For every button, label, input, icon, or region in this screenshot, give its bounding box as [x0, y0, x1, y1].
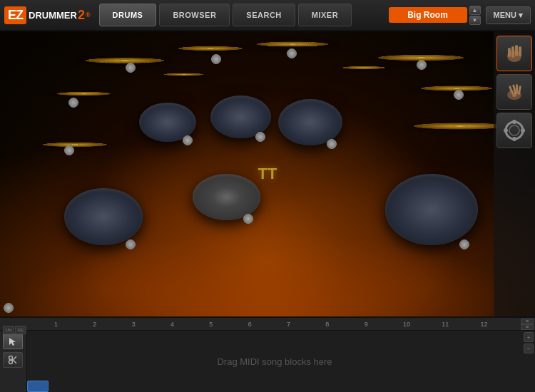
hand-icon-1 [501, 41, 527, 66]
cymbal-tt-logo: TT [121, 59, 129, 62]
timeline-scroll: + − [522, 331, 535, 392]
cymbal-crash-center[interactable]: TT METAL MACHINE [257, 42, 328, 47]
svg-point-11 [506, 122, 523, 139]
ctrl-dot-cym-1[interactable] [126, 63, 136, 73]
logo-reg: ® [86, 11, 91, 19]
timeline-area: UN RE 1 2 3 4 5 6 7 8 9 10 11 12 ≡ ≡ [0, 316, 535, 392]
ctrl-dot-cym-3[interactable] [287, 48, 297, 58]
ctrl-dot-bass[interactable] [4, 303, 14, 313]
svg-rect-4 [508, 48, 511, 57]
ruler-5: 5 [209, 321, 248, 328]
preset-down[interactable]: ▼ [469, 16, 481, 25]
preset-area: Big Room ▲ ▼ MENU ▾ [389, 6, 531, 25]
timeline-ruler: UN RE 1 2 3 4 5 6 7 8 9 10 11 12 ≡ ≡ [0, 318, 535, 331]
drag-drop-area[interactable]: Drag MIDI song blocks here [27, 331, 522, 392]
ctrl-dot-tom-center[interactable] [255, 132, 265, 142]
ctrl-dot-cym-2[interactable] [211, 54, 221, 64]
cymbal-tt-logo-4: TT [417, 56, 425, 59]
scroll-zoom-in[interactable]: + [524, 332, 534, 342]
ruler-10: 10 [403, 321, 442, 328]
svg-point-12 [509, 125, 519, 135]
svg-rect-2 [515, 45, 518, 56]
instrument-panel [494, 31, 535, 316]
timeline-tools [0, 331, 27, 392]
hand-icon-2 [501, 79, 527, 105]
un-re-area: UN RE [3, 326, 26, 334]
tab-search[interactable]: SEARCH [233, 4, 295, 26]
drum-kit-area: TT METAL MACHINE TT TT METAL MACHINE TT … [0, 31, 535, 316]
app-header: EZ DRUMMER 2 ® DRUMS BROWSER SEARCH MIXE… [0, 0, 535, 31]
ctrl-dot-tom-left[interactable] [183, 135, 193, 145]
svg-rect-1 [511, 46, 514, 58]
metal-text-1: METAL MACHINE [100, 61, 151, 63]
logo-version: 2 [78, 8, 85, 23]
ctrl-dot-cym-4[interactable] [417, 60, 427, 70]
timeline-block[interactable] [27, 381, 49, 392]
preset-display[interactable]: Big Room [389, 7, 467, 23]
ruler-btn-bot[interactable]: ≡ [521, 324, 534, 330]
tool-select[interactable] [3, 334, 23, 349]
ruler-3: 3 [132, 321, 170, 328]
ctrl-dot-floor-right[interactable] [459, 239, 469, 249]
cymbal-crash-center-left[interactable]: TT [178, 46, 243, 51]
ctrl-dot-hihat[interactable] [64, 145, 74, 155]
timeline-content: Drag MIDI song blocks here + − [0, 331, 535, 392]
preset-arrows: ▲ ▼ [469, 6, 481, 25]
svg-rect-7 [516, 84, 518, 94]
cymbal-small-left[interactable] [57, 92, 111, 96]
cymbal-hihat[interactable]: TT [43, 143, 107, 147]
tab-browser[interactable]: BROWSER [159, 4, 230, 26]
ruler-7: 7 [287, 321, 325, 328]
cymbal-tt-logo-2: TT [206, 47, 215, 50]
ruler-1: 1 [54, 321, 93, 328]
undo-button[interactable]: UN [3, 326, 14, 334]
ctrl-dot-tom-right[interactable] [327, 139, 337, 149]
app-logo: EZ DRUMMER 2 ® [4, 6, 91, 24]
cymbal-splash-1[interactable] [164, 73, 203, 76]
scroll-zoom-out[interactable]: − [524, 344, 534, 354]
svg-rect-3 [519, 46, 521, 56]
ruler-9: 9 [365, 321, 403, 328]
inst-button-1[interactable] [496, 36, 532, 71]
drag-midi-text: Drag MIDI song blocks here [217, 356, 332, 367]
svg-marker-17 [9, 338, 16, 346]
tom-center[interactable] [210, 96, 271, 138]
tab-mixer[interactable]: MIXER [298, 4, 352, 26]
ctrl-dot-floor-left[interactable] [126, 239, 136, 249]
ruler-12: 12 [481, 321, 519, 328]
cymbal-splash-2[interactable] [342, 66, 385, 69]
tom-floor-right[interactable] [385, 174, 478, 245]
metal-text-2: METAL MACHINE [268, 45, 318, 46]
tom-floor-left[interactable] [64, 188, 143, 245]
menu-button[interactable]: MENU ▾ [486, 6, 531, 24]
snare-drum[interactable] [193, 174, 260, 220]
cymbal-ride-logo: TT [456, 125, 464, 128]
logo-ez: EZ [4, 6, 26, 24]
cymbal-crash-left[interactable]: TT METAL MACHINE [86, 58, 164, 63]
preset-up[interactable]: ▲ [469, 6, 481, 15]
ctrl-dot-snare[interactable] [243, 214, 253, 224]
inst-button-2[interactable] [496, 74, 532, 110]
svg-point-14 [521, 128, 525, 133]
ruler-11: 11 [442, 321, 480, 328]
ruler-4: 4 [170, 321, 209, 328]
tool-scissors[interactable] [3, 352, 23, 368]
cymbal-ride[interactable]: TT [414, 123, 506, 130]
redo-button[interactable]: RE [15, 326, 26, 334]
ruler-2: 2 [93, 321, 131, 328]
tom-right[interactable] [278, 99, 342, 145]
svg-point-13 [504, 128, 508, 133]
logo-drummer: DRUMMER [29, 10, 77, 21]
scissors-icon [8, 355, 18, 365]
inst-button-3[interactable] [496, 113, 532, 148]
ruler-8: 8 [325, 321, 364, 328]
ctrl-dot-cym-5[interactable] [454, 90, 464, 100]
cymbal-tt-logo-3: TT [288, 43, 297, 46]
tom-left[interactable] [139, 103, 196, 142]
floor-glow [0, 231, 535, 316]
ruler-6: 6 [248, 321, 287, 328]
tab-drums[interactable]: DRUMS [99, 4, 157, 26]
svg-point-16 [512, 137, 516, 141]
ruler-btn-top[interactable]: ≡ [521, 319, 534, 324]
ctrl-dot-cym-6[interactable] [68, 98, 78, 108]
